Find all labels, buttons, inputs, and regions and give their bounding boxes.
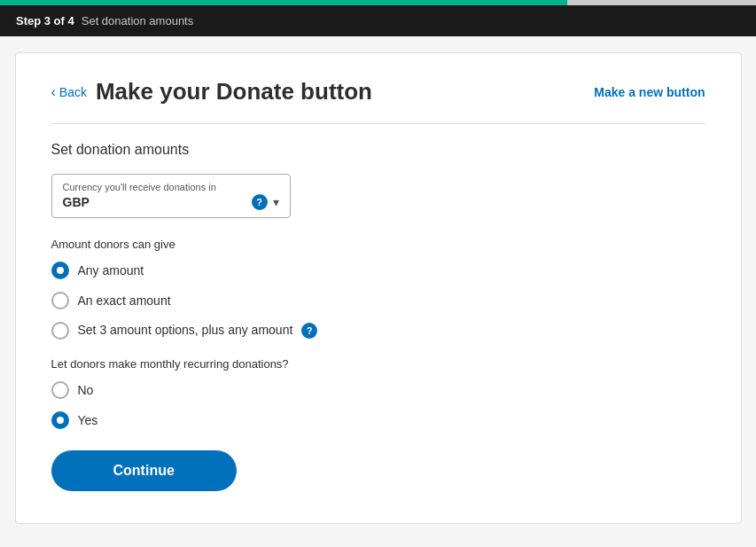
- back-label: Back: [59, 85, 87, 99]
- progress-bar-container: [0, 0, 756, 5]
- currency-dropdown[interactable]: Currency you'll receive donations in GBP…: [51, 174, 291, 218]
- monthly-label: Let donors make monthly recurring donati…: [51, 357, 705, 371]
- make-new-button-link[interactable]: Make a new button: [594, 85, 705, 99]
- amount-label: Amount donors can give: [51, 238, 705, 251]
- set3-help-icon[interactable]: ?: [301, 323, 317, 339]
- currency-row: GBP ? ▾: [63, 194, 279, 210]
- radio-set3-indicator: [51, 322, 69, 340]
- radio-exact-indicator: [51, 292, 69, 309]
- radio-set3-label: Set 3 amount options, plus any amount ?: [78, 323, 318, 339]
- continue-button[interactable]: Continue: [51, 450, 237, 491]
- radio-any-indicator: [51, 262, 69, 279]
- currency-field-label: Currency you'll receive donations in: [63, 182, 279, 192]
- radio-yes-indicator: [51, 411, 69, 429]
- back-arrow-icon: ‹: [51, 84, 56, 100]
- radio-item-any[interactable]: Any amount: [51, 262, 705, 279]
- back-link[interactable]: ‹ Back: [51, 84, 87, 100]
- radio-no-label: No: [78, 383, 94, 397]
- divider: [51, 123, 705, 124]
- step-label: Step 3 of 4: [16, 14, 74, 27]
- radio-item-exact[interactable]: An exact amount: [51, 292, 705, 309]
- step-desc: Set donation amounts: [82, 14, 193, 27]
- monthly-radio-group: No Yes: [51, 381, 705, 429]
- amount-radio-group: Any amount An exact amount Set 3 amount …: [51, 262, 705, 340]
- progress-bar-fill: [0, 0, 567, 5]
- monthly-section: Let donors make monthly recurring donati…: [51, 357, 705, 429]
- radio-item-yes[interactable]: Yes: [51, 411, 705, 429]
- radio-exact-label: An exact amount: [78, 293, 171, 308]
- step-header: Step 3 of 4 Set donation amounts: [0, 5, 756, 36]
- radio-item-no[interactable]: No: [51, 381, 705, 399]
- page-title: Make your Donate button: [96, 78, 372, 105]
- top-nav: ‹ Back Make your Donate button Make a ne…: [51, 78, 705, 105]
- currency-chevron-icon: ▾: [273, 195, 279, 209]
- radio-any-label: Any amount: [78, 263, 144, 277]
- currency-value: GBP: [63, 195, 90, 209]
- radio-yes-label: Yes: [78, 413, 98, 427]
- currency-icons: ? ▾: [252, 194, 279, 210]
- section-title: Set donation amounts: [51, 142, 705, 158]
- radio-no-indicator: [51, 381, 69, 399]
- main-content: ‹ Back Make your Donate button Make a ne…: [15, 52, 742, 524]
- currency-help-icon[interactable]: ?: [252, 194, 268, 210]
- radio-item-set3[interactable]: Set 3 amount options, plus any amount ?: [51, 322, 705, 340]
